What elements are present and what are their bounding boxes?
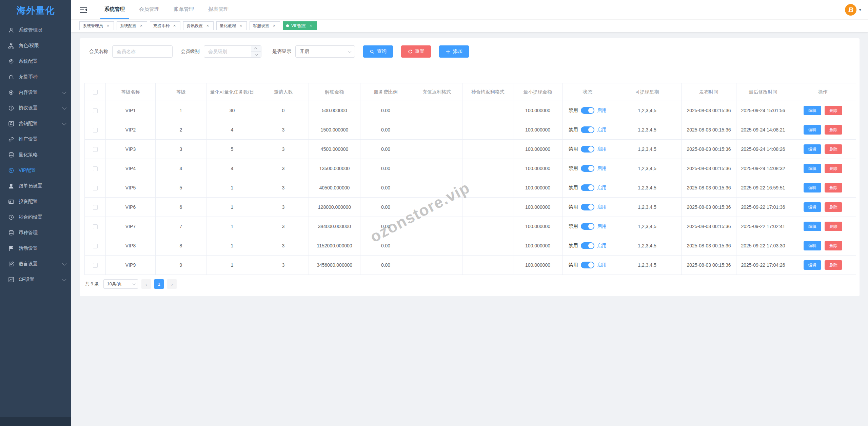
table-row: VIP7713384000.0000000.00100.000000禁用启用1,… <box>85 217 856 236</box>
sidebar-item-agreement-settings[interactable]: 协议设置 <box>0 100 71 116</box>
edit-button[interactable]: 编辑 <box>804 241 821 250</box>
tag-news-settings[interactable]: 资讯设置× <box>183 21 214 30</box>
delete-button[interactable]: 删除 <box>825 164 842 173</box>
tag-system-admin[interactable]: 系统管理员× <box>79 21 114 30</box>
row-checkbox[interactable] <box>93 263 98 268</box>
row-checkbox[interactable] <box>93 166 98 171</box>
close-icon[interactable]: × <box>105 23 111 28</box>
sidebar-item-promotion-settings[interactable]: 推广设置 <box>0 131 71 147</box>
reset-button[interactable]: 重置 <box>401 45 431 58</box>
sidebar-item-label: CF设置 <box>19 277 35 283</box>
close-icon[interactable]: × <box>205 23 210 28</box>
sidebar-item-language-settings[interactable]: 语言设置 <box>0 256 71 272</box>
current-page-button[interactable]: 1 <box>154 279 164 289</box>
tag-deposit-withdraw-coins[interactable]: 充提币种× <box>150 21 180 30</box>
delete-button[interactable]: 删除 <box>825 222 842 231</box>
chevron-down-icon[interactable]: ▾ <box>859 7 861 12</box>
show-status-select[interactable]: 开启 <box>295 45 355 58</box>
tag-customer-service-settings[interactable]: 客服设置× <box>250 21 280 30</box>
tag-system-config[interactable]: 系统配置× <box>117 21 147 30</box>
close-icon[interactable]: × <box>272 23 277 28</box>
edit-button[interactable]: 编辑 <box>804 164 821 173</box>
sidebar-collapse-bar[interactable] <box>0 417 71 426</box>
status-toggle[interactable] <box>581 262 594 268</box>
delete-button[interactable]: 删除 <box>825 260 842 270</box>
tab-system-management[interactable]: 系统管理 <box>100 0 129 19</box>
edit-button[interactable]: 编辑 <box>804 183 821 192</box>
sidebar-item-roles-permissions[interactable]: 角色/权限 <box>0 38 71 54</box>
sidebar-item-deposit-withdraw-coins[interactable]: 充提币种 <box>0 69 71 85</box>
status-toggle-group: 禁用启用 <box>569 107 607 114</box>
cell-invites: 3 <box>258 217 309 236</box>
edit-button[interactable]: 编辑 <box>804 144 821 154</box>
status-toggle[interactable] <box>581 146 594 153</box>
sidebar-item-follow-trader-settings[interactable]: 跟单员设置 <box>0 178 71 194</box>
sidebar-item-marketing-config[interactable]: 营销配置 <box>0 116 71 131</box>
row-checkbox[interactable] <box>93 205 98 210</box>
search-button[interactable]: 查询 <box>363 45 393 58</box>
status-toggle[interactable] <box>581 184 594 191</box>
spinner-up-icon[interactable] <box>251 46 261 52</box>
row-checkbox[interactable] <box>93 128 98 133</box>
sidebar-item-system-admin[interactable]: 系统管理员 <box>0 22 71 38</box>
bitcoin-avatar[interactable]: B <box>845 4 856 16</box>
prev-page-button[interactable]: ‹ <box>141 279 151 289</box>
member-name-input[interactable] <box>112 45 173 58</box>
sidebar-item-seconds-contract-settings[interactable]: 秒合约设置 <box>0 209 71 225</box>
close-icon[interactable]: × <box>238 23 243 28</box>
sidebar-item-investment-config[interactable]: 投资配置 <box>0 194 71 209</box>
close-icon[interactable]: × <box>308 23 313 28</box>
delete-button[interactable]: 删除 <box>825 106 842 115</box>
cell-invites: 0 <box>258 101 309 120</box>
status-toggle[interactable] <box>581 242 594 249</box>
chevron-down-icon <box>348 49 352 53</box>
cell-contract-rebate <box>462 198 513 217</box>
sidebar-item-quant-strategy[interactable]: 量化策略 <box>0 147 71 163</box>
row-checkbox[interactable] <box>93 224 98 229</box>
tab-bill-management[interactable]: 账单管理 <box>170 0 198 19</box>
sidebar-item-vip-config[interactable]: VIP配置 <box>0 163 71 178</box>
column-header: 邀请人数 <box>258 83 309 101</box>
edit-button[interactable]: 编辑 <box>804 222 821 231</box>
tab-report-management[interactable]: 报表管理 <box>204 0 233 19</box>
next-page-button[interactable]: › <box>167 279 177 289</box>
edit-button[interactable]: 编辑 <box>804 202 821 212</box>
edit-button[interactable]: 编辑 <box>804 260 821 270</box>
row-checkbox[interactable] <box>93 147 98 152</box>
page-size-select[interactable]: 10条/页 <box>103 279 138 289</box>
close-icon[interactable]: × <box>139 23 144 28</box>
tag-quant-tutorial[interactable]: 量化教程× <box>216 21 247 30</box>
close-icon[interactable]: × <box>172 23 177 28</box>
cell-unlock-amount: 1500.000000 <box>309 120 360 140</box>
cell-invites: 3 <box>258 256 309 275</box>
status-toggle[interactable] <box>581 126 594 133</box>
cell-daily-tasks: 1 <box>206 198 258 217</box>
delete-button[interactable]: 删除 <box>825 241 842 250</box>
row-checkbox[interactable] <box>93 186 98 190</box>
cell-min-withdraw: 100.000000 <box>513 140 563 159</box>
tag-vip-config[interactable]: VIP配置× <box>283 21 317 30</box>
row-checkbox[interactable] <box>93 108 98 113</box>
status-toggle[interactable] <box>581 165 594 172</box>
sidebar-item-cf-settings[interactable]: CF设置 <box>0 272 71 287</box>
status-toggle[interactable] <box>581 204 594 210</box>
delete-button[interactable]: 删除 <box>825 125 842 135</box>
spinner-down-icon[interactable] <box>251 52 261 58</box>
sidebar-item-coin-management[interactable]: 币种管理 <box>0 225 71 241</box>
status-toggle[interactable] <box>581 107 594 114</box>
status-on-label: 启用 <box>597 223 607 229</box>
delete-button[interactable]: 删除 <box>825 183 842 192</box>
collapse-menu-icon[interactable] <box>77 0 90 19</box>
status-toggle[interactable] <box>581 223 594 230</box>
delete-button[interactable]: 删除 <box>825 144 842 154</box>
add-button[interactable]: 添加 <box>439 45 469 58</box>
row-checkbox[interactable] <box>93 244 98 248</box>
select-all-checkbox[interactable] <box>93 90 98 95</box>
edit-button[interactable]: 编辑 <box>804 125 821 135</box>
edit-button[interactable]: 编辑 <box>804 106 821 115</box>
sidebar-item-system-config[interactable]: 系统配置 <box>0 54 71 69</box>
tab-member-management[interactable]: 会员管理 <box>135 0 163 19</box>
sidebar-item-activity-settings[interactable]: 活动设置 <box>0 241 71 256</box>
delete-button[interactable]: 删除 <box>825 202 842 212</box>
sidebar-item-content-settings[interactable]: 内容设置 <box>0 85 71 100</box>
